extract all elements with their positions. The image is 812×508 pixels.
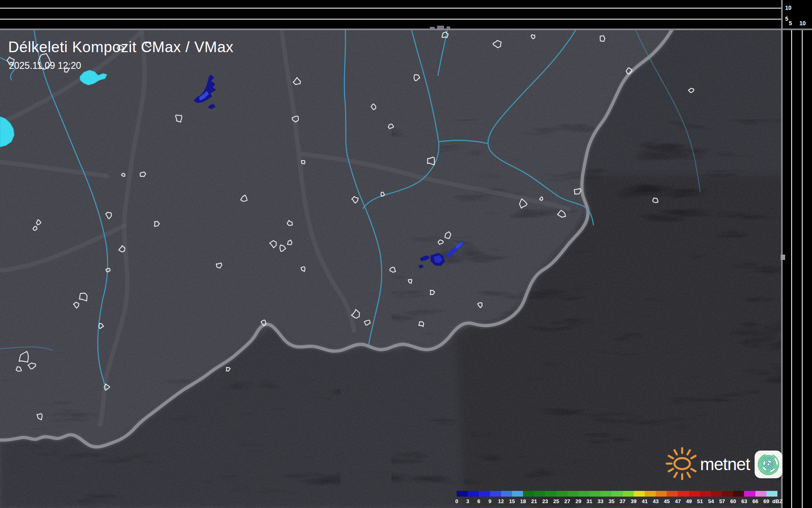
legend-cell	[711, 491, 722, 497]
height-gridline	[0, 19, 781, 20]
legend-cell	[501, 491, 512, 497]
dbz-legend: 0369121518212325272931333537394143454749…	[457, 491, 777, 505]
height-axis-label: 5	[789, 20, 792, 26]
timestamp: 2025.11.09 12:20	[9, 60, 81, 71]
legend-cell	[634, 491, 645, 497]
legend-tick: 43	[653, 498, 659, 504]
right-height-profile	[783, 30, 812, 508]
legend-tick: 69	[764, 498, 769, 504]
legend-tick: 37	[619, 498, 625, 504]
legend-tick: 49	[686, 498, 692, 504]
legend-tick: 39	[631, 498, 637, 504]
legend-tick: 33	[598, 498, 603, 504]
legend-tick: 31	[587, 498, 592, 504]
legend-tick: 51	[697, 498, 703, 504]
top-height-profile	[0, 0, 812, 29]
legend-tick: 27	[564, 498, 570, 504]
legend-cell	[589, 491, 600, 497]
height-axis-label: 10	[799, 20, 806, 26]
legend-tick: 12	[498, 498, 503, 504]
page-title: Délkeleti Kompozit CMax / VMax	[8, 39, 234, 56]
legend-cell	[744, 491, 755, 497]
legend-cell	[733, 491, 744, 497]
legend-tick: 29	[576, 498, 581, 504]
legend-cell	[534, 491, 545, 497]
legend-cell	[766, 491, 777, 497]
dbz-color-bar	[457, 491, 777, 497]
legend-unit: dBZ	[772, 498, 782, 504]
legend-tick: 63	[741, 498, 747, 504]
legend-cell	[600, 491, 611, 497]
height-gridline	[791, 30, 792, 508]
height-gridline	[802, 30, 803, 508]
legend-cell	[567, 491, 578, 497]
legend-tick: 21	[531, 498, 537, 504]
legend-cell	[479, 491, 490, 497]
logo-wordmark: metnet	[700, 455, 750, 474]
legend-cell	[490, 491, 501, 497]
legend-cell	[468, 491, 479, 497]
profile-divider-vertical	[781, 0, 783, 508]
legend-tick: 15	[509, 498, 515, 504]
legend-tick: 54	[708, 498, 714, 504]
legend-tick: 0	[455, 498, 458, 504]
legend-tick: 45	[664, 498, 670, 504]
legend-tick: 57	[719, 498, 725, 504]
legend-cell	[457, 491, 468, 497]
legend-cell	[689, 491, 700, 497]
legend-cell	[755, 491, 766, 497]
legend-tick: 66	[752, 498, 758, 504]
radar-viewer: Délkeleti Kompozit CMax / VMax 2025.11.0…	[0, 0, 812, 508]
profile-divider-horizontal	[0, 29, 812, 30]
legend-cell	[545, 491, 556, 497]
legend-tick: 3	[466, 498, 469, 504]
radar-map	[0, 0, 812, 508]
legend-tick: 35	[608, 498, 614, 504]
metnet-logo: metnet	[665, 446, 782, 482]
legend-tick: 18	[520, 498, 526, 504]
dbz-tick-labels: 0369121518212325272931333537394143454749…	[457, 498, 777, 505]
legend-cell	[645, 491, 656, 497]
legend-tick: 60	[730, 498, 736, 504]
legend-cell	[700, 491, 711, 497]
legend-tick: 23	[542, 498, 548, 504]
legend-tick: 6	[477, 498, 480, 504]
legend-cell	[523, 491, 534, 497]
legend-cell	[512, 491, 523, 497]
legend-cell	[667, 491, 678, 497]
profile-echo-mark	[781, 255, 785, 260]
legend-tick: 25	[553, 498, 559, 504]
legend-cell	[578, 491, 589, 497]
legend-tick: 47	[675, 498, 681, 504]
height-gridline	[0, 8, 781, 9]
height-axis-label: 10	[785, 5, 792, 11]
legend-cell	[656, 491, 667, 497]
legend-cell	[623, 491, 634, 497]
legend-tick: 9	[488, 498, 491, 504]
sun-icon	[665, 446, 699, 482]
legend-cell	[611, 491, 622, 497]
height-axis-label: 5	[785, 16, 788, 22]
spiral-app-icon	[755, 451, 782, 478]
legend-cell	[722, 491, 733, 497]
legend-cell	[556, 491, 567, 497]
legend-tick: 41	[642, 498, 648, 504]
legend-cell	[678, 491, 689, 497]
